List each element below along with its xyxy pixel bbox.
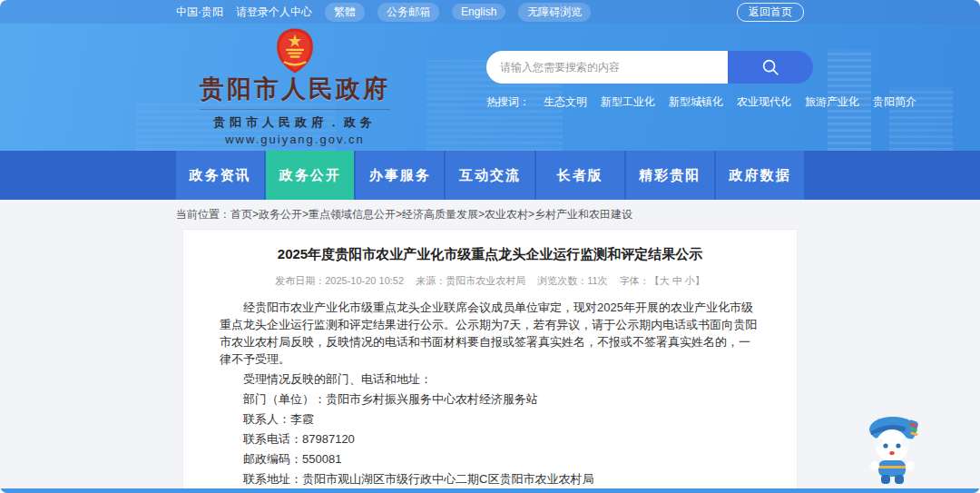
topbar-item-login-personal-center[interactable]: 请登录个人中心 — [236, 5, 312, 20]
hot-word-industrialization[interactable]: 新型工业化 — [601, 94, 655, 110]
article-body: 经贵阳市农业产业化市级重点龙头企业联席会议成员单位审定，现对2025年开展的农业… — [220, 299, 760, 488]
search-area: 热搜词： 生态文明 新型工业化 新型城镇化 农业现代化 旅游产业化 贵阳简介 — [486, 51, 813, 110]
hot-word-guiyang-intro[interactable]: 贵阳简介 — [873, 94, 916, 110]
nav-item-zhengwu-gongkai[interactable]: 政务公开 — [266, 151, 354, 200]
topbar-item-accessibility[interactable]: 无障碍浏览 — [518, 3, 591, 22]
hot-word-agri-modernization[interactable]: 农业现代化 — [737, 94, 791, 110]
paragraph-postcode: 邮政编码：550081 — [220, 450, 760, 468]
hot-word-tourism[interactable]: 旅游产业化 — [805, 94, 859, 110]
breadcrumb: 当前位置：首页>政务公开>重点领域信息公开>经济高质量发展>农业农村>乡村产业和… — [176, 200, 804, 229]
breadcrumb-path[interactable]: 首页>政务公开>重点领域信息公开>经济高质量发展>农业农村>乡村产业和农田建设 — [230, 208, 632, 221]
nav-item-zhengfu-shuju[interactable]: 政府数据 — [716, 151, 804, 200]
search-button[interactable] — [728, 51, 813, 84]
hot-word-urbanization[interactable]: 新型城镇化 — [669, 94, 723, 110]
bottom-edge-strip — [0, 488, 980, 493]
topbar-item-official-mail[interactable]: 公务邮箱 — [377, 3, 439, 22]
font-size-switcher[interactable]: 字体：【大 中 小】 — [620, 275, 705, 286]
top-utility-bar: 中国·贵阳 请登录个人中心 繁體 公务邮箱 English 无障碍浏览 返回首页 — [0, 0, 980, 24]
topbar-menu: 中国·贵阳 请登录个人中心 繁體 公务邮箱 English 无障碍浏览 — [176, 3, 591, 22]
national-emblem-icon — [274, 27, 316, 74]
nav-item-banshi-fuwu[interactable]: 办事服务 — [356, 151, 444, 200]
article-card: 2025年度贵阳市农业产业化市级重点龙头企业运行监测和评定结果公示 发布日期：2… — [182, 229, 798, 493]
nav-item-zhengwu-zixun[interactable]: 政务资讯 — [176, 151, 264, 200]
hot-search-row: 热搜词： 生态文明 新型工业化 新型城镇化 农业现代化 旅游产业化 贵阳简介 — [486, 94, 813, 110]
article-source: 来源：贵阳市农业农村局 — [416, 275, 525, 286]
site-subtitle: 贵阳市人民政府．政务 — [200, 109, 390, 131]
search-icon — [760, 57, 780, 77]
paragraph-phone: 联系电话：87987120 — [220, 430, 760, 448]
paragraph-announcement: 经贵阳市农业产业化市级重点龙头企业联席会议成员单位审定，现对2025年开展的农业… — [220, 299, 760, 368]
paragraph-address: 联系地址：贵阳市观山湖区市级行政中心二期C区贵阳市农业农村局 — [220, 470, 760, 488]
content-area: 当前位置：首页>政务公开>重点领域信息公开>经济高质量发展>农业农村>乡村产业和… — [0, 200, 980, 493]
site-url: www.guiyang.gov.cn — [200, 133, 390, 146]
site-banner: 贵阳市人民政府 贵阳市人民政府．政务 www.guiyang.gov.cn 热搜… — [0, 24, 980, 151]
hot-word-ecology[interactable]: 生态文明 — [544, 94, 587, 110]
site-logo[interactable]: 贵阳市人民政府 贵阳市人民政府．政务 www.guiyang.gov.cn — [200, 27, 390, 146]
view-count: 浏览次数：11次 — [537, 275, 607, 286]
return-home-button[interactable]: 返回首页 — [737, 3, 804, 22]
topbar-item-english[interactable]: English — [452, 4, 505, 20]
topbar-item-china-guiyang[interactable]: 中国·贵阳 — [176, 5, 223, 20]
page: 中国·贵阳 请登录个人中心 繁體 公务邮箱 English 无障碍浏览 返回首页 — [0, 0, 980, 493]
paragraph-contact-intro: 受理情况反映的部门、电话和地址： — [220, 370, 760, 388]
publish-date: 发布日期：2025-10-20 10:52 — [275, 275, 404, 286]
nav-item-hudong-jiaoliu[interactable]: 互动交流 — [446, 151, 534, 200]
search-input[interactable] — [486, 51, 728, 84]
main-nav-band: 政务资讯 政务公开 办事服务 互动交流 长者版 精彩贵阳 政府数据 — [0, 151, 980, 200]
nav-item-zhangzheban[interactable]: 长者版 — [536, 151, 624, 200]
article-meta: 发布日期：2025-10-20 10:52 来源：贵阳市农业农村局 浏览次数：1… — [220, 274, 760, 288]
paragraph-contact-person: 联系人：李霞 — [220, 410, 760, 428]
breadcrumb-label: 当前位置： — [176, 208, 230, 221]
mascot-assistant[interactable] — [858, 409, 927, 488]
topbar-item-traditional-chinese[interactable]: 繁體 — [325, 3, 365, 22]
nav-item-jingcai-guiyang[interactable]: 精彩贵阳 — [626, 151, 714, 200]
site-name: 贵阳市人民政府 — [200, 76, 390, 104]
article-title: 2025年度贵阳市农业产业化市级重点龙头企业运行监测和评定结果公示 — [220, 244, 760, 265]
paragraph-department: 部门（单位）：贵阳市乡村振兴服务中心农村经济服务站 — [220, 390, 760, 408]
hot-search-label: 热搜词： — [486, 94, 530, 110]
